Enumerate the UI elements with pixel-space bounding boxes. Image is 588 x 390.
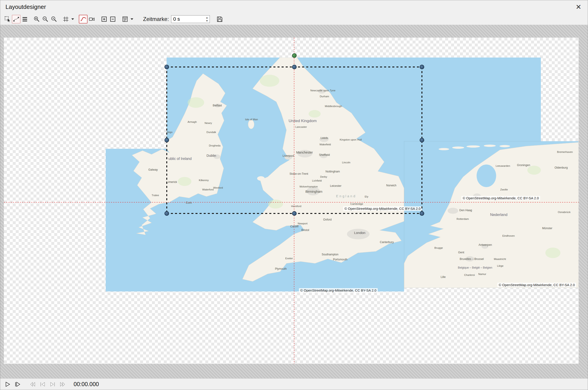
map-place-label: Gent bbox=[458, 251, 464, 254]
selection-rectangle[interactable] bbox=[167, 67, 422, 213]
add-button[interactable] bbox=[100, 15, 108, 23]
save-button[interactable] bbox=[215, 15, 224, 23]
play-from-marker-button[interactable] bbox=[13, 380, 22, 389]
wadden-island bbox=[452, 146, 464, 149]
map-place-label: Oxford bbox=[323, 218, 332, 221]
camera-icon bbox=[88, 16, 95, 23]
map-place-label: Lille bbox=[441, 275, 446, 279]
select-tool-button[interactable] bbox=[3, 15, 12, 23]
skip-to-start-icon bbox=[39, 381, 46, 388]
zeitmarke-input[interactable] bbox=[171, 15, 210, 23]
properties-tool-button[interactable] bbox=[121, 15, 129, 23]
map-place-label: Zwolle bbox=[500, 188, 508, 191]
map-place-label: Tralee bbox=[152, 194, 159, 196]
window-title: Layoutdesigner bbox=[5, 3, 574, 10]
selection-arrow-icon bbox=[4, 16, 11, 23]
select-points-tool-button[interactable] bbox=[12, 15, 20, 23]
map-place-label: Rotterdam bbox=[457, 218, 469, 220]
ijsselmeer-water bbox=[477, 164, 496, 187]
play-icon bbox=[4, 381, 11, 388]
chevron-down-icon bbox=[71, 18, 74, 20]
curve-tool-button[interactable] bbox=[79, 15, 88, 23]
close-icon[interactable]: ✕ bbox=[574, 3, 583, 11]
red-curve-icon bbox=[80, 16, 87, 23]
osm-attribution: © OpenStreetMap.org-Mitwirkende, CC BY-S… bbox=[461, 196, 540, 200]
zoom-reset-icon bbox=[50, 16, 57, 23]
grid-options-dropdown[interactable] bbox=[70, 15, 75, 23]
time-display: 00:00.000 bbox=[74, 381, 99, 388]
minus-square-icon bbox=[109, 16, 116, 23]
titlebar: Layoutdesigner ✕ bbox=[0, 0, 588, 14]
map-place-label: Exeter bbox=[285, 257, 293, 260]
map-place-label: Cardiff bbox=[290, 225, 299, 228]
grid-icon bbox=[62, 16, 69, 23]
map-place-label: Galway bbox=[148, 168, 158, 171]
map-place-label: Maastricht bbox=[494, 258, 506, 260]
transport-bar: 00:00.000 bbox=[0, 378, 588, 390]
map-place-label: Newport bbox=[298, 222, 308, 225]
grid-tool-button[interactable] bbox=[61, 15, 70, 23]
properties-options-dropdown[interactable] bbox=[129, 15, 134, 23]
layoutdesigner-window: Layoutdesigner ✕ bbox=[0, 0, 588, 390]
layout-canvas[interactable]: United KingdomManchesterBirminghamLondon… bbox=[4, 38, 579, 364]
zeitmarke-spinner: ▲ ▼ bbox=[204, 16, 209, 22]
zeitmarke-input-wrap: ▲ ▼ bbox=[171, 15, 210, 23]
zoom-in-button[interactable] bbox=[32, 15, 41, 23]
map-place-label: Belgique – België – Belgien bbox=[458, 266, 492, 269]
skip-to-end-button[interactable] bbox=[49, 380, 57, 389]
fast-forward-icon bbox=[59, 381, 66, 388]
rewind-button[interactable] bbox=[28, 380, 37, 389]
skip-to-end-icon bbox=[49, 381, 56, 388]
map-place-label: Bristol bbox=[301, 229, 309, 232]
map-place-label: Den Haag bbox=[459, 209, 472, 212]
resize-handle-top-right[interactable] bbox=[420, 65, 424, 69]
properties-list-icon bbox=[122, 16, 129, 23]
resize-handle-middle-left[interactable] bbox=[164, 138, 169, 142]
map-place-label: Eindhoven bbox=[502, 234, 515, 237]
camera-tool-button[interactable] bbox=[88, 15, 96, 23]
osm-attribution: © OpenStreetMap.org-Mitwirkende, CC BY-S… bbox=[299, 288, 378, 292]
map-place-label: Canterbury bbox=[380, 241, 394, 244]
resize-handle-middle-right[interactable] bbox=[420, 138, 424, 142]
map-place-label: Leeuwarden bbox=[496, 164, 510, 167]
map-place-label: Brugge bbox=[435, 246, 443, 249]
floppy-disk-icon bbox=[216, 16, 223, 23]
stacked-lines-icon bbox=[21, 16, 28, 23]
rotation-handle[interactable] bbox=[292, 53, 297, 58]
map-place-label: Nederland bbox=[490, 213, 507, 217]
resize-handle-bottom-left[interactable] bbox=[164, 211, 169, 216]
map-place-label: London bbox=[354, 231, 365, 235]
zeitmarke-label: Zeitmarke: bbox=[143, 16, 169, 22]
map-place-label: Münster bbox=[542, 227, 552, 230]
spinner-up-icon[interactable]: ▲ bbox=[204, 16, 209, 19]
resize-handle-bottom-center[interactable] bbox=[292, 211, 297, 216]
play-from-marker-icon bbox=[14, 381, 21, 388]
zoom-reset-button[interactable] bbox=[50, 15, 58, 23]
zoom-out-icon bbox=[42, 16, 49, 23]
spinner-down-icon[interactable]: ▼ bbox=[204, 19, 209, 22]
play-button[interactable] bbox=[3, 380, 12, 389]
fast-forward-button[interactable] bbox=[58, 380, 67, 389]
zoom-out-button[interactable] bbox=[41, 15, 50, 23]
resize-handle-top-left[interactable] bbox=[164, 65, 169, 69]
resize-handle-top-center[interactable] bbox=[292, 65, 297, 69]
skip-to-start-button[interactable] bbox=[39, 380, 47, 389]
map-place-label: Groningen bbox=[517, 164, 530, 167]
toolbar: Zeitmarke: ▲ ▼ bbox=[0, 14, 588, 25]
map-place-label: Plymouth bbox=[275, 267, 287, 270]
workspace: United KingdomManchesterBirminghamLondon… bbox=[0, 25, 588, 378]
resize-handle-bottom-right[interactable] bbox=[420, 211, 424, 216]
map-place-label: Namur bbox=[478, 273, 486, 275]
map-place-label: Osnabrück bbox=[558, 211, 570, 213]
map-place-label: Charleroi bbox=[464, 274, 475, 276]
map-place-label: Bremerhaven bbox=[557, 150, 573, 153]
remove-button[interactable] bbox=[108, 15, 117, 23]
map-place-label: Oldenburg bbox=[554, 166, 568, 169]
layers-tool-button[interactable] bbox=[20, 15, 29, 23]
osm-attribution: © OpenStreetMap.org-Mitwirkende, CC BY-S… bbox=[497, 283, 576, 287]
map-place-label: Liège bbox=[497, 264, 503, 267]
rewind-icon bbox=[29, 381, 36, 388]
plus-square-icon bbox=[101, 16, 107, 23]
map-place-label: Antwerpen bbox=[478, 243, 492, 246]
curve-points-icon bbox=[13, 16, 20, 23]
